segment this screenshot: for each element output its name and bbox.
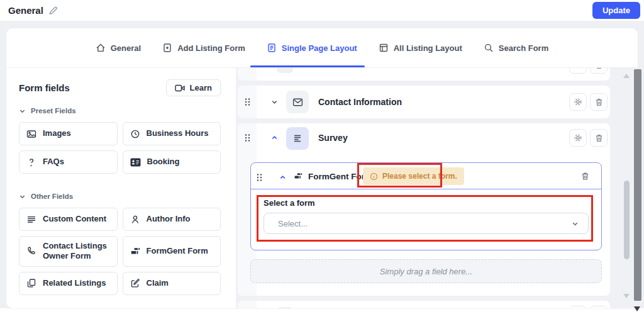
video-camera-icon: [175, 84, 186, 93]
home-icon: [96, 43, 106, 53]
topbar: General Update: [0, 0, 644, 21]
main-card: General Add Listing Form Single Page Lay…: [6, 28, 638, 308]
layout-builder-canvas: Contact Information Survey: [236, 68, 638, 308]
trash-icon[interactable]: [590, 68, 608, 74]
warning-badge: Please select a form.: [363, 167, 464, 185]
trash-icon[interactable]: [590, 129, 608, 147]
field-card-contact-listings-owner-form[interactable]: Contact Listings Owner Form: [19, 236, 118, 267]
trash-icon[interactable]: [590, 306, 608, 308]
tabbar: General Add Listing Form Single Page Lay…: [6, 28, 638, 68]
drag-field-dropzone[interactable]: Simply drag a field here...: [250, 259, 602, 283]
page-title: General: [8, 5, 43, 16]
formgent-icon: [294, 172, 303, 180]
layout-icon: [379, 43, 389, 53]
edit-icon: [130, 278, 140, 288]
formgent-header[interactable]: FormGent Form Please select a form.: [251, 163, 601, 189]
drag-handle-icon[interactable]: [257, 174, 262, 182]
field-card-related-listings[interactable]: Related Listings: [19, 272, 118, 295]
person-icon: [130, 215, 140, 225]
formgent-icon: [130, 247, 140, 256]
builder-row-contact-information[interactable]: Contact Information: [238, 86, 610, 118]
builder-row-partial-bottom[interactable]: [238, 301, 610, 308]
field-card-formgent-form[interactable]: FormGent Form: [123, 236, 221, 267]
select-form-label: Select a form: [264, 198, 315, 208]
document-icon: [267, 43, 277, 53]
field-type-iconbox: [277, 68, 293, 73]
tab-single-page-layout[interactable]: Single Page Layout: [267, 28, 357, 67]
learn-button[interactable]: Learn: [166, 79, 221, 96]
tab-label: Single Page Layout: [282, 43, 357, 53]
field-label: FAQs: [43, 157, 64, 167]
list-icon: [286, 127, 309, 150]
field-label: Booking: [147, 157, 180, 167]
scroll-down-arrow[interactable]: [623, 294, 630, 298]
image-icon: [26, 129, 36, 139]
row-title: Survey: [318, 133, 348, 143]
other-fields-toggle[interactable]: Other Fields: [19, 193, 221, 200]
chevron-down-icon[interactable]: [270, 98, 279, 106]
tab-general[interactable]: General: [96, 28, 141, 67]
chevron-down-icon: [571, 220, 579, 228]
trash-icon[interactable]: [580, 171, 590, 181]
form-fields-title: Form fields: [19, 82, 70, 93]
preset-fields-toggle[interactable]: Preset Fields: [19, 107, 221, 115]
field-card-booking[interactable]: Booking: [123, 150, 221, 174]
learn-label: Learn: [190, 83, 212, 93]
text-lines-icon: [26, 215, 36, 225]
page-background: General Add Listing Form Single Page Lay…: [0, 21, 644, 308]
envelope-icon: [286, 91, 309, 113]
search-icon: [484, 43, 494, 53]
copy-icon: [26, 278, 36, 288]
field-label: Business Hours: [147, 128, 209, 138]
dropzone-text: Simply drag a field here...: [380, 267, 472, 276]
field-label: Contact Listings Owner Form: [43, 241, 110, 262]
form-select-dropdown[interactable]: Select...: [264, 213, 589, 234]
tab-all-listing-layout[interactable]: All Listing Layout: [379, 28, 462, 67]
info-icon: [370, 172, 378, 181]
chevron-up-icon[interactable]: [270, 134, 279, 142]
group-label: Preset Fields: [31, 107, 76, 115]
id-card-icon: [130, 158, 141, 167]
select-placeholder: Select...: [278, 219, 308, 228]
inner-scrollbar-thumb[interactable]: [624, 181, 630, 259]
chevron-up-icon[interactable]: [279, 174, 287, 182]
field-label: Images: [43, 128, 71, 138]
field-label: Related Listings: [43, 278, 106, 288]
edit-pencil-icon[interactable]: [48, 6, 58, 16]
settings-button[interactable]: [569, 129, 587, 147]
scroll-up-arrow[interactable]: [623, 74, 630, 78]
field-card-author-info[interactable]: Author Info: [123, 208, 221, 231]
settings-button[interactable]: [569, 306, 587, 308]
field-card-faqs[interactable]: FAQs: [19, 150, 118, 174]
tab-label: Add Listing Form: [177, 43, 245, 53]
field-card-business-hours[interactable]: Business Hours: [123, 122, 221, 145]
phone-icon: [26, 246, 36, 256]
field-label: Custom Content: [43, 214, 106, 224]
tab-search-form[interactable]: Search Form: [484, 28, 548, 67]
settings-button[interactable]: [569, 68, 587, 74]
field-card-images[interactable]: Images: [19, 122, 118, 145]
tab-label: General: [111, 43, 141, 53]
update-button[interactable]: Update: [592, 2, 640, 19]
builder-row-partial-top[interactable]: [238, 68, 610, 81]
page-scrollbar-thumb[interactable]: [634, 69, 641, 301]
tab-add-listing-form[interactable]: Add Listing Form: [162, 28, 245, 67]
field-card-custom-content[interactable]: Custom Content: [19, 208, 118, 231]
settings-button[interactable]: [569, 93, 587, 111]
group-label: Other Fields: [31, 193, 73, 200]
trash-icon[interactable]: [590, 93, 608, 111]
page-scrollbar-down-arrow[interactable]: [634, 306, 640, 311]
survey-header[interactable]: Survey: [238, 123, 610, 152]
field-card-claim[interactable]: Claim: [123, 272, 221, 295]
field-label: Author Info: [147, 214, 191, 224]
builder-row-survey: Survey FormGent Form: [238, 123, 610, 296]
clock-icon: [130, 129, 140, 139]
file-plus-icon: [162, 43, 172, 53]
formgent-form-panel: FormGent Form Please select a form. Sele…: [250, 162, 602, 250]
tab-label: Search Form: [499, 43, 548, 53]
question-icon: [26, 157, 36, 167]
drag-handle-icon[interactable]: [245, 134, 250, 142]
form-fields-sidebar: Form fields Learn Preset Fields Images: [6, 68, 236, 308]
field-type-iconbox: [277, 307, 293, 308]
drag-handle-icon[interactable]: [245, 98, 250, 106]
